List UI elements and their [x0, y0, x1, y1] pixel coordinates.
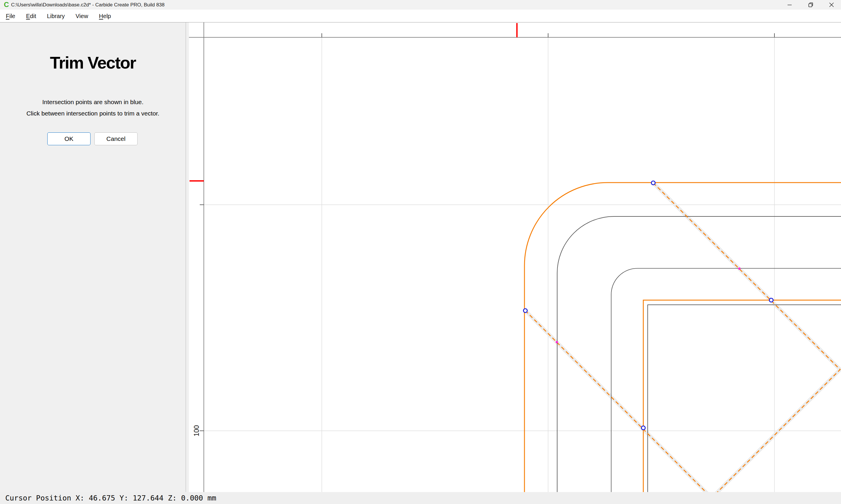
restore-button[interactable]: [801, 0, 820, 10]
cursor-position-readout: Cursor Position X: 46.675 Y: 127.644 Z: …: [5, 492, 216, 504]
trim-vector-dialog-panel: Trim Vector Intersection points are show…: [0, 22, 186, 492]
offset-gray-rounded-rect-1[interactable]: [557, 216, 841, 492]
dialog-instruction-line-2: Click between intersection points to tri…: [0, 110, 186, 117]
minimize-icon: [787, 3, 792, 7]
dialog-instruction-line-1: Intersection points are shown in blue.: [0, 98, 186, 106]
dialog-title: Trim Vector: [0, 53, 186, 72]
offset-gray-rounded-rect-2[interactable]: [611, 268, 841, 492]
intersection-point[interactable]: [641, 426, 645, 430]
window-title: C:\Users\willa\Downloads\base.c2d* - Car…: [11, 0, 165, 10]
panel-canvas-gap: [186, 22, 189, 492]
close-button[interactable]: [822, 0, 841, 10]
design-canvas[interactable]: 100: [189, 22, 841, 492]
title-bar: C C:\Users\willa\Downloads\base.c2d* - C…: [0, 0, 841, 10]
minimize-button[interactable]: [780, 0, 799, 10]
menu-item-help[interactable]: Help: [95, 10, 115, 22]
menu-item-edit[interactable]: Edit: [22, 10, 40, 22]
menu-item-file[interactable]: File: [2, 10, 19, 22]
intersection-point[interactable]: [524, 309, 527, 313]
intersection-point[interactable]: [651, 181, 655, 185]
cancel-button[interactable]: Cancel: [94, 132, 138, 145]
intersection-point[interactable]: [770, 299, 773, 302]
status-bar: Cursor Position X: 46.675 Y: 127.644 Z: …: [0, 492, 841, 504]
menu-bar: FileEditLibraryViewHelp: [0, 10, 841, 22]
ok-button[interactable]: OK: [47, 132, 90, 145]
secondary-intersection-point[interactable]: [556, 341, 558, 343]
secondary-intersection-point[interactable]: [738, 268, 740, 270]
outer-orange-rounded-rect[interactable]: [525, 183, 841, 492]
menu-item-library[interactable]: Library: [43, 10, 69, 22]
restore-icon: [808, 2, 813, 7]
trim-dashed-vector[interactable]: [525, 183, 840, 492]
cursor-marker-horizontal-ruler: [516, 23, 518, 37]
cursor-marker-vertical-ruler: [190, 180, 204, 182]
close-icon: [829, 2, 834, 7]
vector-drawing-svg[interactable]: 100: [189, 22, 841, 492]
app-logo-icon: C: [3, 1, 10, 8]
trim-line-halo: [525, 183, 840, 492]
menu-item-view[interactable]: View: [71, 10, 92, 22]
ruler-label-100: 100: [193, 425, 200, 436]
